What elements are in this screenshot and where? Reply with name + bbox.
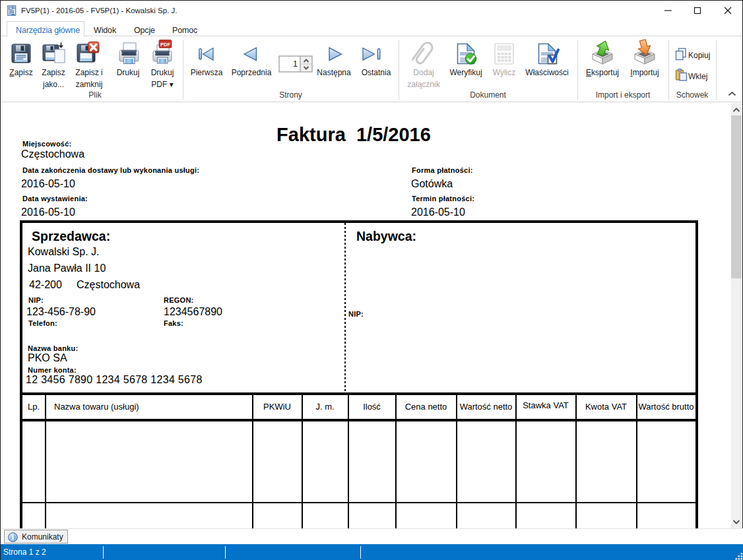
svg-text:1: 1	[293, 59, 298, 69]
svg-text:PDF: PDF	[160, 42, 170, 47]
